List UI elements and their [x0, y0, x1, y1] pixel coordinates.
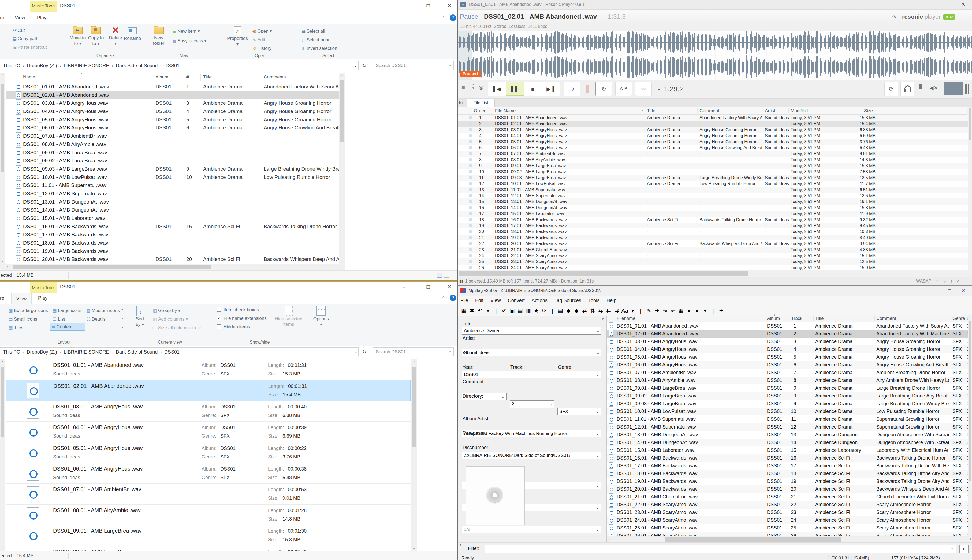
file-row[interactable]: DSS01_22.01 - AMB ScaryAtmo .wav DSS01 2… [607, 501, 968, 508]
minimize-button[interactable]: – [397, 282, 411, 292]
new-folder-button[interactable]: Newfolder [149, 25, 168, 46]
file-row[interactable]: DSS01_05.01 - AMB AngryHous .wav DSS01 5… [6, 115, 339, 124]
previous-button[interactable]: ▌◀ [488, 82, 506, 96]
medium-icons[interactable]: ▥Medium icons [85, 307, 120, 315]
file-row[interactable]: 11 DSS01_09.03 - AMB LargeBrea .wav Ambi… [458, 175, 968, 180]
file-row[interactable]: DSS01_14.01 - AMB DungeonAt .wav [6, 206, 339, 214]
file-row[interactable]: 17 DSS01_15.01 - AMB Laborator .wav - - … [458, 210, 968, 217]
col-title[interactable]: Title [647, 108, 656, 113]
file-row[interactable]: DSS01_10.01 - AMB LowPulsat .wav DSS01 1… [6, 173, 339, 181]
file-row[interactable]: DSS01_26.01 - AMB ScaryAtmo .wav DSS01 2… [607, 532, 968, 536]
file-row[interactable]: 5 DSS01_05.01 - AMB AngryHous .wav Ambie… [458, 139, 968, 145]
toolbar-icon[interactable]: ⇥ [661, 307, 669, 315]
row-checkbox[interactable] [469, 188, 472, 191]
edit-button[interactable]: ✎Edit [251, 36, 265, 44]
menu-item[interactable]: Actions [532, 298, 548, 303]
file-row[interactable]: DSS01_13.01 - AMB DungeonAt .wav [6, 198, 339, 206]
col-name[interactable]: Name [23, 75, 35, 80]
copy-path-button[interactable]: ▤Copy path [12, 35, 38, 43]
waveform-panel[interactable]: Paused [458, 30, 972, 80]
file-row[interactable]: 26 DSS01_24.01 - AMB ScaryAtmo .wav - - … [458, 265, 968, 270]
menu-item[interactable]: File [460, 298, 468, 303]
toolbar-icon[interactable]: ▾ [629, 307, 637, 315]
toolbar-icon[interactable]: | [548, 307, 556, 315]
tab-view[interactable]: View [11, 293, 32, 304]
file-row[interactable]: DSS01_23.01 - AMB ScaryAtmo .wav DSS01 2… [607, 508, 968, 517]
headphones-button[interactable] [900, 82, 914, 96]
col-title[interactable]: Title [203, 75, 212, 80]
sleep-icon[interactable]: ᶻᶻ [935, 279, 938, 283]
list-vscrollbar[interactable]: ⌃ ⌄ [411, 359, 417, 551]
next-button[interactable]: ▶▐ [542, 82, 559, 96]
file-row[interactable]: DSS01_25.01 - AMB ScaryAtmo .wav DSS01 2… [607, 524, 968, 532]
file-row[interactable]: DSS01_09.03 - AMB LargeBrea .wav DSS01 9… [6, 165, 339, 173]
file-row[interactable]: DSS01_15.01 - AMB Laborator .wav [6, 214, 339, 222]
file-row[interactable]: DSS01_05.01 - AMB AngryHous .wav DSS01 5… [607, 353, 968, 361]
toolbar-icon[interactable]: Aa [621, 307, 629, 315]
item-checkboxes-checkbox[interactable] [217, 307, 221, 312]
nav-scrollbar[interactable]: ⌃ ⌄ [0, 359, 5, 551]
col-comment[interactable]: Comment [700, 108, 719, 113]
file-row[interactable]: 23 DSS01_21.01 - AMB ChurchEnc .wav - - … [458, 247, 968, 253]
row-checkbox[interactable] [469, 170, 472, 173]
row-checkbox[interactable] [469, 200, 472, 203]
refresh-icon[interactable]: ↻ [362, 63, 366, 68]
toolbar-icon[interactable]: ● [693, 307, 701, 315]
file-row[interactable]: DSS01_09.02 - AMB LargeBrea .wav [6, 157, 339, 165]
continue-button[interactable]: ➜ [564, 82, 580, 96]
col-album[interactable]: Album [155, 75, 168, 80]
file-row[interactable]: DSS01_08.01 - AMB AiryAmbie .wav [6, 140, 339, 148]
breadcrumb-segment[interactable]: DroboBoy (Z:)› [27, 349, 64, 355]
toolbar-icon[interactable]: ✎ [645, 307, 653, 315]
row-checkbox[interactable] [469, 206, 472, 209]
hide-selected-button[interactable]: Hide selecteditems [274, 305, 303, 327]
toolbar-icon[interactable]: | [709, 307, 717, 315]
options-button[interactable]: ✓✓✓ Options▾ [311, 305, 331, 327]
add-columns-button[interactable]: ▥Add columns ▾ [152, 315, 188, 323]
sort-by-button[interactable]: ☰↕ Sortby ▾ [132, 305, 148, 327]
file-row[interactable]: DSS01_09.01 - AMB LargeBrea .wav Length:… [6, 525, 411, 546]
cut-button[interactable]: ✂Cut [12, 26, 25, 34]
music-tools-tab[interactable]: Music Tools [30, 0, 57, 12]
filter-apply-button[interactable]: ▸ [959, 545, 969, 553]
hidden-items-checkbox[interactable] [217, 324, 221, 329]
close-button[interactable]: ✕ [957, 286, 969, 295]
breadcrumb-segment[interactable]: This PC› [3, 63, 27, 68]
file-row[interactable]: DSS01_03.01 - AMB AngryHous .wav Sound I… [6, 401, 411, 422]
row-checkbox[interactable] [469, 230, 472, 233]
file-row[interactable]: DSS01_07.01 - AMB AmbientBr .wav Length:… [6, 484, 411, 504]
ribbon-collapse-icon[interactable]: ⌃ [442, 15, 445, 21]
file-row[interactable]: 8 DSS01_08.01 - AMB AiryAmbie .wav - - -… [458, 157, 968, 163]
menu-item[interactable]: View [490, 298, 501, 303]
list-vscrollbar[interactable] [968, 107, 972, 270]
tab-play[interactable]: Play [37, 15, 46, 21]
menu-item[interactable]: Convert [508, 298, 525, 303]
tab-view[interactable]: View [15, 15, 25, 21]
minimize-button[interactable]: – [397, 1, 411, 10]
maximize-button[interactable]: □ [421, 282, 436, 292]
file-row[interactable]: 24 DSS01_22.01 - AMB ScaryAtmo .wav - - … [458, 253, 968, 258]
row-checkbox[interactable] [469, 260, 472, 263]
file-row[interactable]: DSS01_20.01 - AMB Backwards .wav DSS01 2… [607, 485, 968, 493]
breadcrumb-segment[interactable]: LIBRAIRIE SONORE› [63, 63, 116, 68]
panel-close-icon[interactable]: x [602, 317, 604, 321]
file-row[interactable]: DSS01_12.01 - AMB Supernatu .wav DSS01 1… [607, 423, 968, 431]
col-filename[interactable]: File Name [495, 108, 516, 113]
file-row[interactable]: DSS01_06.01 - AMB AngryHous .wav DSS01 6… [607, 361, 968, 369]
close-button[interactable]: ✕ [442, 1, 457, 10]
small-icons[interactable]: ▤Small icons [8, 315, 37, 323]
address-dropdown-icon[interactable]: ⌄ [354, 350, 357, 354]
row-checkbox[interactable] [469, 116, 472, 119]
col-genre[interactable]: Genre [952, 316, 965, 321]
move-to-button[interactable]: ⬅ Move toto ▾ [69, 25, 86, 46]
menu-item[interactable]: Tools [588, 298, 600, 303]
file-row[interactable]: DSS01_24.01 - AMB ScaryAtmo .wav DSS01 2… [607, 517, 968, 524]
file-row[interactable]: DSS01_19.01 - AMB Backwards .wav DSS01 1… [607, 478, 968, 485]
invert-selection-button[interactable]: ◫Invert selection [301, 45, 337, 52]
file-row[interactable]: DSS01_09.01 - AMB LargeBrea .wav DSS01 9… [607, 384, 968, 392]
breadcrumb-segment[interactable]: This PC› [3, 349, 27, 355]
track-field[interactable]: 2 [510, 400, 554, 408]
select-none-button[interactable]: ▢Select none [301, 36, 331, 44]
list-hscrollbar[interactable] [458, 270, 972, 277]
file-row[interactable]: DSS01_06.01 - AMB AngryHous .wav DSS01 6… [6, 123, 339, 132]
